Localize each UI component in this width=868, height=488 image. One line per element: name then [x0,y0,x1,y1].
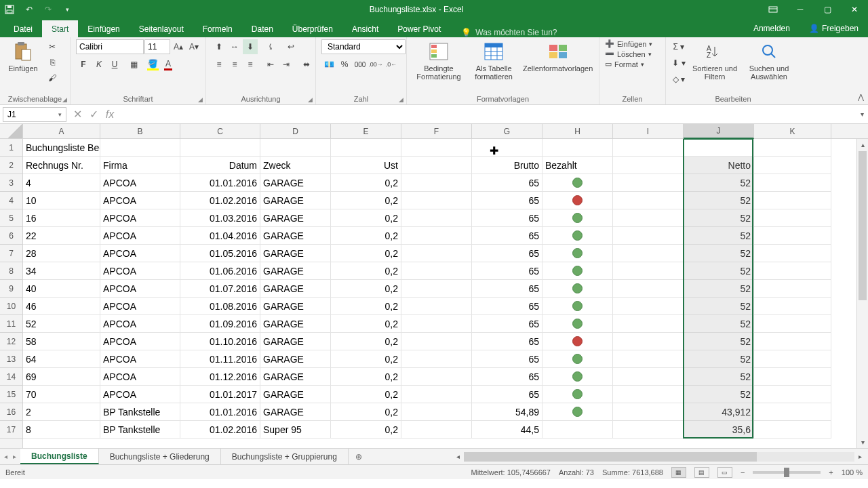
cell[interactable] [613,227,684,245]
cell[interactable] [542,421,613,439]
wrap-text-icon[interactable]: ↩ [283,39,298,54]
dialog-launcher-icon[interactable]: ◢ [308,96,313,103]
cell[interactable]: APCOA [100,315,180,333]
cell[interactable]: GARAGE [260,333,331,350]
zoom-out-icon[interactable]: − [741,468,745,476]
ribbon-display-icon[interactable] [760,0,787,19]
cell[interactable] [542,333,613,350]
decrease-font-icon[interactable]: A▾ [186,39,201,54]
cell[interactable]: 01.10.2016 [180,333,260,350]
cell[interactable]: 65 [472,298,542,315]
cell[interactable]: Netto [684,157,754,174]
cell[interactable]: 58 [23,333,100,350]
cell[interactable]: 65 [472,315,542,333]
number-format-select[interactable]: Standard [321,39,406,54]
cell[interactable]: 0,2 [331,333,401,350]
cell[interactable]: 0,2 [331,315,401,333]
cell[interactable]: 8 [23,421,100,439]
cell[interactable] [100,139,180,157]
cell[interactable]: 0,2 [331,262,401,280]
cell[interactable]: 65 [472,227,542,245]
cell[interactable]: GARAGE [260,350,331,368]
cell[interactable]: 52 [684,333,754,350]
orientation-icon[interactable]: ⤹ [263,39,278,54]
cell[interactable] [754,350,831,368]
cell[interactable]: 52 [684,245,754,262]
cell[interactable] [754,139,831,157]
cell[interactable]: Ust [331,157,401,174]
cell[interactable] [613,245,684,262]
cell[interactable]: GARAGE [260,174,331,192]
align-bottom-icon[interactable]: ⬇ [243,39,258,54]
sheet-tab-active[interactable]: Buchungsliste [20,449,99,464]
increase-decimal-icon[interactable]: .00→ [368,57,383,72]
cell[interactable]: GARAGE [260,298,331,315]
cell[interactable]: APCOA [100,280,180,298]
insert-cells-button[interactable]: ➕Einfügen▾ [605,39,652,48]
cell[interactable] [401,403,472,421]
cell[interactable] [754,386,831,403]
cell[interactable]: 69 [23,368,100,386]
minimize-icon[interactable]: ─ [787,0,814,19]
merge-icon[interactable]: ⬌ [299,57,314,72]
border-icon[interactable]: ▦ [126,57,141,72]
cell[interactable]: 01.02.2016 [180,192,260,209]
cell[interactable]: 01.01.2016 [180,174,260,192]
find-select-button[interactable]: Suchen und Auswählen [743,39,795,81]
cell[interactable] [401,227,472,245]
cell[interactable]: GARAGE [260,192,331,209]
cell[interactable] [613,350,684,368]
cell[interactable]: APCOA [100,245,180,262]
cell[interactable]: 70 [23,386,100,403]
save-icon[interactable] [4,4,16,15]
cell[interactable] [542,192,613,209]
cell[interactable]: 0,2 [331,245,401,262]
cell[interactable]: APCOA [100,192,180,209]
cell[interactable] [754,280,831,298]
tab-seitenlayout[interactable]: Seitenlayout [130,20,193,37]
thousands-icon[interactable]: 000 [353,57,368,72]
cell[interactable] [542,174,613,192]
cell[interactable] [542,298,613,315]
cell[interactable] [613,368,684,386]
increase-indent-icon[interactable]: ⇥ [279,57,294,72]
select-all-corner[interactable] [0,124,23,138]
sheet-tab-3[interactable]: Buchungsliste + Gruppierung [221,449,349,464]
tab-datei[interactable]: Datei [4,20,42,37]
column-header[interactable]: E [331,124,401,138]
column-header[interactable]: J [684,124,754,139]
scrollbar-thumb[interactable] [859,151,867,300]
view-page-layout-icon[interactable]: ▤ [694,467,709,478]
tab-powerpivot[interactable]: Power Pivot [388,20,450,37]
cell[interactable] [401,209,472,227]
cell[interactable] [754,227,831,245]
cell[interactable] [754,174,831,192]
zoom-in-icon[interactable]: + [829,468,833,476]
sort-filter-button[interactable]: AZ Sortieren und Filtern [690,39,739,81]
cell[interactable] [542,245,613,262]
format-painter-icon[interactable]: 🖌 [45,70,60,85]
cell[interactable] [542,139,613,157]
tab-einfuegen[interactable]: Einfügen [78,20,129,37]
cell[interactable]: 52 [23,315,100,333]
cell[interactable] [260,139,331,157]
cell[interactable]: 65 [472,262,542,280]
dialog-launcher-icon[interactable]: ◢ [62,96,67,103]
cell[interactable]: 01.08.2016 [180,298,260,315]
sheet-tab-2[interactable]: Buchungsliste + Gliederung [99,449,221,464]
cell[interactable] [401,262,472,280]
enter-formula-icon[interactable]: ✓ [85,107,102,122]
align-top-icon[interactable]: ⬆ [212,39,226,54]
row-header[interactable]: 16 [0,403,22,421]
cell[interactable]: 34 [23,262,100,280]
cell[interactable]: APCOA [100,209,180,227]
close-icon[interactable]: ✕ [841,0,868,19]
cell[interactable]: 52 [684,262,754,280]
sheet-next-icon[interactable]: ▸ [13,453,16,460]
row-header[interactable]: 5 [0,209,22,227]
cell[interactable] [401,350,472,368]
share-button[interactable]: 👤 Freigeben [800,20,868,37]
cell[interactable] [754,209,831,227]
row-header[interactable]: 2 [0,157,22,174]
cell[interactable]: GARAGE [260,368,331,386]
